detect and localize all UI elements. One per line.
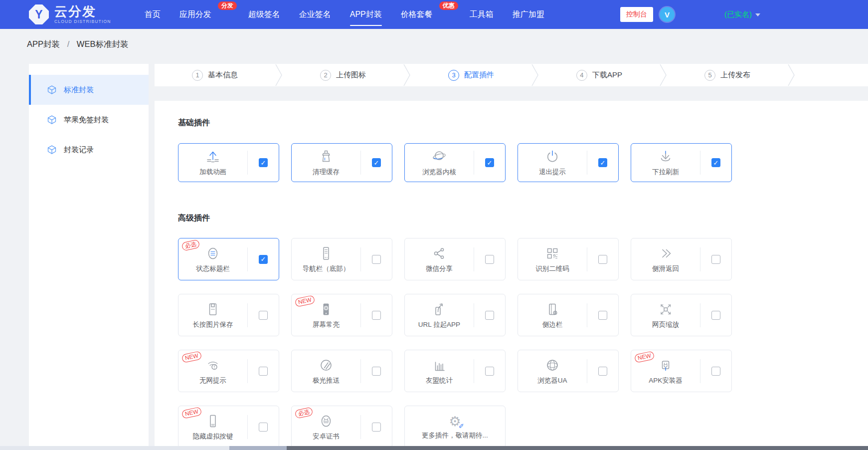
plugin-card-more-plugins[interactable]: ⚙✎ 更多插件，敬请期待... bbox=[404, 406, 506, 446]
plugin-card-swipe-back[interactable]: 侧滑返回 bbox=[631, 238, 732, 280]
plugin-label: 长按图片保存 bbox=[193, 320, 233, 329]
nav-item-promotion[interactable]: 推广加盟 bbox=[503, 0, 554, 29]
no-network-tip-checkbox[interactable] bbox=[259, 367, 268, 376]
plugin-card-pull-refresh[interactable]: 下拉刷新 bbox=[631, 143, 732, 182]
bottom-nav-bar-checkbox[interactable] bbox=[372, 255, 381, 264]
breadcrumb-app-packaging[interactable]: APP封装 bbox=[27, 39, 60, 48]
chevron-right-icon bbox=[531, 64, 539, 86]
exit-prompt-checkbox[interactable] bbox=[598, 158, 607, 167]
status-title-bar-checkbox[interactable] bbox=[259, 255, 268, 264]
browser-ua-checkbox[interactable] bbox=[598, 367, 607, 376]
url-launch-app-checkbox[interactable] bbox=[485, 311, 494, 320]
plugin-card-url-launch-app[interactable]: URL 拉起APP bbox=[404, 294, 506, 336]
brand-logo[interactable]: Y 云分发 CLOUD DISTRIBUTION bbox=[28, 3, 111, 25]
plugin-card-loading-animation[interactable]: 加载动画 bbox=[178, 143, 279, 182]
plugin-card-bottom-nav-bar[interactable]: 导航栏（底部） bbox=[291, 238, 392, 280]
advanced-plugins-row-1: 必选 状态标题栏 导航栏（底部） 微信分享 bbox=[178, 238, 868, 280]
plugin-card-side-bar[interactable]: 侧边栏 bbox=[518, 294, 619, 336]
nav-item-app-distribution[interactable]: 应用分发分发 bbox=[170, 0, 221, 29]
nav-item-toolbox[interactable]: 工具箱 bbox=[460, 0, 503, 29]
umeng-stats-checkbox[interactable] bbox=[485, 367, 494, 376]
plugin-card-apk-installer[interactable]: NEW APK安装器 bbox=[631, 350, 732, 392]
plugin-card-browser-ua[interactable]: 浏览器UA bbox=[518, 350, 619, 392]
plugin-card-umeng-stats[interactable]: 友盟统计 bbox=[404, 350, 506, 392]
plugin-card-wechat-share[interactable]: 微信分享 bbox=[404, 238, 506, 280]
step-upload-publish[interactable]: 5 上传发布 bbox=[667, 64, 788, 86]
horizontal-scrollbar[interactable] bbox=[0, 446, 868, 450]
plugin-card-page-zoom[interactable]: 网页缩放 bbox=[631, 294, 732, 336]
plugin-card-exit-prompt[interactable]: 退出提示 bbox=[518, 143, 619, 182]
screen-keep-on-checkbox[interactable] bbox=[372, 311, 381, 320]
pull-refresh-checkbox[interactable] bbox=[711, 158, 720, 167]
nav-item-app-packaging[interactable]: APP封装 bbox=[341, 0, 391, 29]
step-label: 配置插件 bbox=[464, 70, 494, 80]
save-image-icon bbox=[204, 301, 221, 317]
step-basic-info[interactable]: 1 基本信息 bbox=[155, 64, 275, 86]
plugin-card-status-title-bar[interactable]: 必选 状态标题栏 bbox=[178, 238, 279, 280]
plugin-card-qr-scan[interactable]: 识别二维码 bbox=[518, 238, 619, 280]
card-main: 网页缩放 bbox=[631, 301, 700, 329]
card-main: ⚙✎ 更多插件，敬请期待... bbox=[405, 414, 505, 440]
page-zoom-checkbox[interactable] bbox=[711, 311, 720, 320]
jpush-checkbox[interactable] bbox=[372, 367, 381, 376]
checkbox-cell bbox=[248, 255, 279, 264]
step-download-app[interactable]: 4 下载APP bbox=[539, 64, 660, 86]
nav-label: 企业签名 bbox=[299, 10, 331, 18]
chevron-down-icon bbox=[755, 13, 760, 16]
logo-mark-icon: Y bbox=[28, 3, 50, 25]
nav-item-pricing[interactable]: 价格套餐优惠 bbox=[391, 0, 442, 29]
nav-label: 价格套餐 bbox=[401, 10, 433, 18]
swipe-back-checkbox[interactable] bbox=[711, 255, 720, 264]
plugin-card-no-network-tip[interactable]: NEW 无网提示 bbox=[178, 350, 279, 392]
avatar[interactable]: V bbox=[660, 7, 675, 22]
upload-icon bbox=[204, 149, 221, 165]
sidebar-item-apple-signfree-packaging[interactable]: 苹果免签封装 bbox=[29, 105, 149, 135]
plugin-card-long-press-save[interactable]: 长按图片保存 bbox=[178, 294, 279, 336]
plugin-card-screen-keep-on[interactable]: NEW 屏幕常亮 bbox=[291, 294, 392, 336]
power-icon bbox=[544, 149, 561, 165]
nav-item-home[interactable]: 首页 bbox=[135, 0, 170, 29]
hide-virtual-keys-checkbox[interactable] bbox=[259, 423, 268, 432]
plugin-card-browser-core[interactable]: 浏览器内核 bbox=[404, 143, 506, 182]
checkbox-cell bbox=[700, 367, 731, 376]
loading-animation-checkbox[interactable] bbox=[259, 158, 268, 167]
nav-item-enterprise-sign[interactable]: 企业签名 bbox=[290, 0, 341, 29]
step-configure-plugins[interactable]: 3 配置插件 bbox=[411, 64, 531, 86]
plugin-card-hide-virtual-keys[interactable]: NEW 隐藏虚拟按键 bbox=[178, 406, 279, 446]
plugin-label: 无网提示 bbox=[199, 376, 226, 385]
checkbox-cell bbox=[248, 311, 279, 320]
brush-icon bbox=[318, 149, 335, 165]
side-bar-checkbox[interactable] bbox=[598, 311, 607, 320]
step-number: 1 bbox=[192, 70, 203, 81]
sidebar-item-standard-packaging[interactable]: 标准封装 bbox=[29, 75, 149, 105]
sidebar-item-packaging-records[interactable]: 封装记录 bbox=[29, 135, 149, 165]
checkbox-cell bbox=[474, 311, 505, 320]
avatar-letter: V bbox=[665, 10, 670, 19]
step-upload-icon[interactable]: 2 上传图标 bbox=[283, 64, 403, 86]
plugin-card-jpush[interactable]: 极光推送 bbox=[291, 350, 392, 392]
browser-core-checkbox[interactable] bbox=[485, 158, 494, 167]
console-button[interactable]: 控制台 bbox=[620, 7, 653, 22]
checkbox-cell bbox=[361, 158, 392, 167]
apk-installer-checkbox[interactable] bbox=[711, 367, 720, 376]
advanced-plugins-row-4: NEW 隐藏虚拟按键 必选 安卓证书 ⚙✎ 更多插件，敬请期待... bbox=[178, 406, 868, 446]
cube-icon bbox=[47, 145, 57, 155]
step-label: 上传图标 bbox=[336, 70, 366, 80]
checkbox-cell bbox=[700, 255, 731, 264]
plugin-card-clear-cache[interactable]: 清理缓存 bbox=[291, 143, 392, 182]
svg-text:Y: Y bbox=[35, 8, 42, 21]
plugin-card-android-cert[interactable]: 必选 安卓证书 bbox=[291, 406, 392, 446]
wifi-alert-icon bbox=[204, 357, 221, 373]
wechat-share-checkbox[interactable] bbox=[485, 255, 494, 264]
card-main: 浏览器UA bbox=[518, 357, 587, 385]
qr-scan-checkbox[interactable] bbox=[598, 255, 607, 264]
android-cert-checkbox[interactable] bbox=[372, 423, 381, 432]
card-main: 识别二维码 bbox=[518, 245, 587, 273]
nav-label: APP封装 bbox=[350, 10, 382, 18]
scrollbar-thumb[interactable] bbox=[287, 446, 868, 450]
nav-item-super-sign[interactable]: 超级签名 bbox=[239, 0, 290, 29]
verified-dropdown[interactable]: (已实名) bbox=[724, 10, 760, 19]
long-press-save-checkbox[interactable] bbox=[259, 311, 268, 320]
card-main: 侧边栏 bbox=[518, 301, 587, 329]
clear-cache-checkbox[interactable] bbox=[372, 158, 381, 167]
